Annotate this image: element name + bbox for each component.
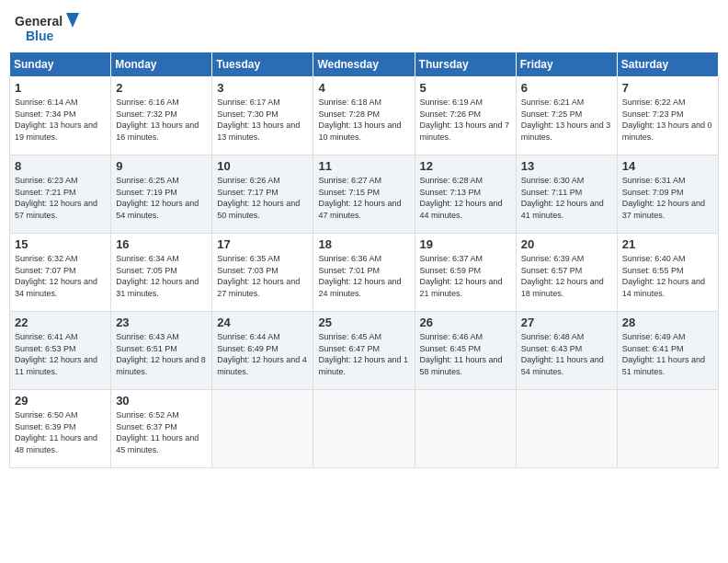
- day-info: Sunrise: 6:41 AMSunset: 6:53 PMDaylight:…: [15, 331, 106, 377]
- day-info: Sunrise: 6:34 AMSunset: 7:05 PMDaylight:…: [116, 253, 207, 299]
- calendar-cell: 12 Sunrise: 6:28 AMSunset: 7:13 PMDaylig…: [415, 155, 516, 234]
- calendar-cell: 20 Sunrise: 6:39 AMSunset: 6:57 PMDaylig…: [516, 234, 617, 312]
- day-info: Sunrise: 6:16 AMSunset: 7:32 PMDaylight:…: [116, 97, 207, 143]
- calendar-cell: 28 Sunrise: 6:49 AMSunset: 6:41 PMDaylig…: [617, 312, 718, 390]
- day-number: 29: [15, 394, 106, 408]
- day-info: Sunrise: 6:45 AMSunset: 6:47 PMDaylight:…: [318, 331, 409, 377]
- day-number: 16: [116, 237, 207, 251]
- day-info: Sunrise: 6:39 AMSunset: 6:57 PMDaylight:…: [521, 253, 612, 299]
- week-row-4: 22 Sunrise: 6:41 AMSunset: 6:53 PMDaylig…: [10, 312, 719, 390]
- day-number: 24: [217, 316, 308, 329]
- day-info: Sunrise: 6:50 AMSunset: 6:39 PMDaylight:…: [15, 409, 106, 455]
- calendar-cell: 3 Sunrise: 6:17 AMSunset: 7:30 PMDayligh…: [212, 77, 313, 155]
- day-info: Sunrise: 6:44 AMSunset: 6:49 PMDaylight:…: [217, 331, 308, 377]
- day-info: Sunrise: 6:46 AMSunset: 6:45 PMDaylight:…: [420, 331, 511, 377]
- day-info: Sunrise: 6:43 AMSunset: 6:51 PMDaylight:…: [116, 331, 207, 377]
- day-info: Sunrise: 6:18 AMSunset: 7:28 PMDaylight:…: [318, 97, 409, 143]
- calendar-cell: 5 Sunrise: 6:19 AMSunset: 7:26 PMDayligh…: [415, 77, 516, 155]
- day-number: 25: [318, 316, 409, 329]
- day-info: Sunrise: 6:40 AMSunset: 6:55 PMDaylight:…: [622, 253, 713, 299]
- calendar-cell: [516, 390, 617, 468]
- day-number: 3: [217, 81, 308, 95]
- weekday-header-monday: Monday: [111, 52, 212, 77]
- calendar-cell: 22 Sunrise: 6:41 AMSunset: 6:53 PMDaylig…: [10, 312, 111, 390]
- week-row-2: 8 Sunrise: 6:23 AMSunset: 7:21 PMDayligh…: [10, 155, 719, 234]
- day-number: 15: [15, 237, 106, 251]
- day-number: 7: [622, 81, 713, 95]
- day-info: Sunrise: 6:28 AMSunset: 7:13 PMDaylight:…: [420, 175, 511, 221]
- day-info: Sunrise: 6:30 AMSunset: 7:11 PMDaylight:…: [521, 175, 612, 221]
- day-info: Sunrise: 6:37 AMSunset: 6:59 PMDaylight:…: [420, 253, 511, 299]
- logo-icon: GeneralBlue: [13, 9, 86, 46]
- day-number: 20: [521, 237, 612, 251]
- svg-marker-2: [66, 13, 79, 28]
- day-number: 6: [521, 81, 612, 95]
- weekday-header-row: SundayMondayTuesdayWednesdayThursdayFrid…: [10, 52, 719, 77]
- weekday-header-wednesday: Wednesday: [313, 52, 415, 77]
- day-info: Sunrise: 6:21 AMSunset: 7:25 PMDaylight:…: [521, 97, 612, 143]
- day-info: Sunrise: 6:25 AMSunset: 7:19 PMDaylight:…: [116, 175, 207, 221]
- day-info: Sunrise: 6:26 AMSunset: 7:17 PMDaylight:…: [217, 175, 308, 221]
- calendar-cell: 4 Sunrise: 6:18 AMSunset: 7:28 PMDayligh…: [313, 77, 415, 155]
- day-info: Sunrise: 6:49 AMSunset: 6:41 PMDaylight:…: [622, 331, 713, 377]
- calendar-cell: 15 Sunrise: 6:32 AMSunset: 7:07 PMDaylig…: [10, 234, 111, 312]
- day-info: Sunrise: 6:36 AMSunset: 7:01 PMDaylight:…: [318, 253, 409, 299]
- day-number: 23: [116, 316, 207, 329]
- calendar-cell: 9 Sunrise: 6:25 AMSunset: 7:19 PMDayligh…: [111, 155, 212, 234]
- calendar-cell: 19 Sunrise: 6:37 AMSunset: 6:59 PMDaylig…: [415, 234, 516, 312]
- day-number: 8: [15, 159, 106, 173]
- week-row-3: 15 Sunrise: 6:32 AMSunset: 7:07 PMDaylig…: [10, 234, 719, 312]
- day-number: 30: [116, 394, 207, 408]
- day-info: Sunrise: 6:31 AMSunset: 7:09 PMDaylight:…: [622, 175, 713, 221]
- calendar-cell: 11 Sunrise: 6:27 AMSunset: 7:15 PMDaylig…: [313, 155, 415, 234]
- day-number: 13: [521, 159, 612, 173]
- day-info: Sunrise: 6:32 AMSunset: 7:07 PMDaylight:…: [15, 253, 106, 299]
- svg-text:General: General: [15, 14, 63, 29]
- day-info: Sunrise: 6:48 AMSunset: 6:43 PMDaylight:…: [521, 331, 612, 377]
- calendar-cell: 25 Sunrise: 6:45 AMSunset: 6:47 PMDaylig…: [313, 312, 415, 390]
- calendar-cell: 27 Sunrise: 6:48 AMSunset: 6:43 PMDaylig…: [516, 312, 617, 390]
- day-number: 12: [420, 159, 511, 173]
- day-number: 19: [420, 237, 511, 251]
- calendar-cell: 1 Sunrise: 6:14 AMSunset: 7:34 PMDayligh…: [10, 77, 111, 155]
- day-number: 17: [217, 237, 308, 251]
- day-number: 18: [318, 237, 409, 251]
- calendar-cell: 24 Sunrise: 6:44 AMSunset: 6:49 PMDaylig…: [212, 312, 313, 390]
- weekday-header-friday: Friday: [516, 52, 617, 77]
- calendar-cell: 18 Sunrise: 6:36 AMSunset: 7:01 PMDaylig…: [313, 234, 415, 312]
- day-info: Sunrise: 6:52 AMSunset: 6:37 PMDaylight:…: [116, 409, 207, 455]
- day-number: 11: [318, 159, 409, 173]
- calendar-cell: 10 Sunrise: 6:26 AMSunset: 7:17 PMDaylig…: [212, 155, 313, 234]
- day-info: Sunrise: 6:14 AMSunset: 7:34 PMDaylight:…: [15, 97, 106, 143]
- page-header: GeneralBlue: [9, 9, 719, 46]
- calendar-cell: 16 Sunrise: 6:34 AMSunset: 7:05 PMDaylig…: [111, 234, 212, 312]
- calendar-cell: 2 Sunrise: 6:16 AMSunset: 7:32 PMDayligh…: [111, 77, 212, 155]
- day-info: Sunrise: 6:22 AMSunset: 7:23 PMDaylight:…: [622, 97, 713, 143]
- calendar-cell: 21 Sunrise: 6:40 AMSunset: 6:55 PMDaylig…: [617, 234, 718, 312]
- week-row-5: 29 Sunrise: 6:50 AMSunset: 6:39 PMDaylig…: [10, 390, 719, 468]
- calendar-cell: 8 Sunrise: 6:23 AMSunset: 7:21 PMDayligh…: [10, 155, 111, 234]
- day-number: 1: [15, 81, 106, 95]
- calendar-cell: 17 Sunrise: 6:35 AMSunset: 7:03 PMDaylig…: [212, 234, 313, 312]
- day-number: 2: [116, 81, 207, 95]
- day-info: Sunrise: 6:27 AMSunset: 7:15 PMDaylight:…: [318, 175, 409, 221]
- weekday-header-tuesday: Tuesday: [212, 52, 313, 77]
- day-number: 14: [622, 159, 713, 173]
- day-number: 22: [15, 316, 106, 329]
- calendar-cell: 29 Sunrise: 6:50 AMSunset: 6:39 PMDaylig…: [10, 390, 111, 468]
- day-number: 26: [420, 316, 511, 329]
- day-number: 5: [420, 81, 511, 95]
- weekday-header-thursday: Thursday: [415, 52, 516, 77]
- calendar-cell: [313, 390, 415, 468]
- day-number: 10: [217, 159, 308, 173]
- weekday-header-sunday: Sunday: [10, 52, 111, 77]
- logo: GeneralBlue: [13, 9, 86, 46]
- svg-text:Blue: Blue: [26, 29, 54, 43]
- calendar-cell: 6 Sunrise: 6:21 AMSunset: 7:25 PMDayligh…: [516, 77, 617, 155]
- day-number: 21: [622, 237, 713, 251]
- day-info: Sunrise: 6:19 AMSunset: 7:26 PMDaylight:…: [420, 97, 511, 143]
- calendar-cell: 23 Sunrise: 6:43 AMSunset: 6:51 PMDaylig…: [111, 312, 212, 390]
- day-info: Sunrise: 6:17 AMSunset: 7:30 PMDaylight:…: [217, 97, 308, 143]
- calendar-cell: 30 Sunrise: 6:52 AMSunset: 6:37 PMDaylig…: [111, 390, 212, 468]
- day-number: 28: [622, 316, 713, 329]
